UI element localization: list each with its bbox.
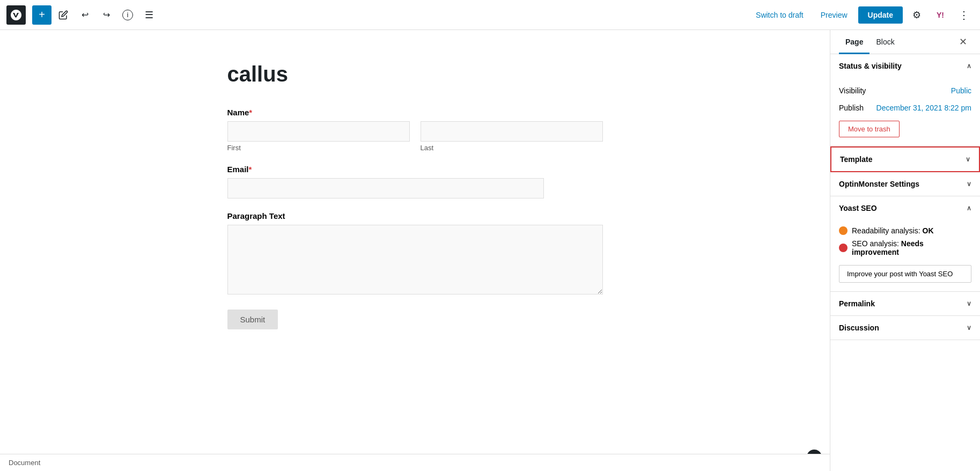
more-options-button[interactable]: ⋮ bbox=[954, 5, 974, 25]
list-view-button[interactable]: ☰ bbox=[139, 5, 159, 25]
add-block-button[interactable]: + bbox=[32, 5, 51, 25]
permalink-title: Permalink bbox=[839, 299, 875, 308]
submit-button[interactable]: Submit bbox=[227, 310, 278, 329]
readability-item: Readability analysis: OK bbox=[839, 224, 971, 237]
more-icon: ⋮ bbox=[959, 9, 969, 21]
last-sublabel: Last bbox=[421, 144, 603, 152]
visibility-value[interactable]: Public bbox=[951, 86, 971, 95]
optinmonster-header[interactable]: OptinMonster Settings ∨ bbox=[830, 172, 980, 196]
yoast-section: Yoast SEO ∧ Readability analysis: OK SEO… bbox=[830, 196, 980, 292]
last-name-input[interactable] bbox=[421, 121, 603, 142]
email-required-star: * bbox=[249, 165, 252, 174]
sidebar: Page Block ✕ Status & visibility ∧ Visib… bbox=[830, 30, 980, 471]
name-field: Name* First Last bbox=[227, 108, 603, 152]
visibility-row: Visibility Public bbox=[839, 82, 971, 99]
publish-row: Publish December 31, 2021 8:22 pm bbox=[839, 99, 971, 116]
readability-label: Readability analysis: OK bbox=[852, 226, 934, 235]
yoast-header[interactable]: Yoast SEO ∧ bbox=[830, 196, 980, 220]
discussion-title: Discussion bbox=[839, 323, 879, 332]
template-section: Template ∨ bbox=[830, 146, 980, 172]
editor-content: callus Name* First Last bbox=[227, 62, 603, 329]
optinmonster-title: OptinMonster Settings bbox=[839, 180, 919, 188]
discussion-header[interactable]: Discussion ∨ bbox=[830, 316, 980, 340]
tools-button[interactable] bbox=[54, 5, 73, 25]
toolbar: + ↩ ↪ i ☰ Switch to draft Preview Update… bbox=[0, 0, 980, 30]
tab-page[interactable]: Page bbox=[839, 30, 870, 54]
paragraph-textarea[interactable] bbox=[227, 225, 603, 295]
discussion-section: Discussion ∨ bbox=[830, 316, 980, 340]
status-visibility-title: Status & visibility bbox=[839, 62, 902, 70]
status-visibility-header[interactable]: Status & visibility ∧ bbox=[830, 54, 980, 78]
improve-yoast-button[interactable]: Improve your post with Yoast SEO bbox=[839, 265, 971, 283]
email-label: Email* bbox=[227, 165, 603, 174]
permalink-chevron: ∨ bbox=[967, 300, 971, 307]
yoast-chevron: ∧ bbox=[967, 204, 971, 212]
preview-button[interactable]: Preview bbox=[814, 8, 854, 23]
permalink-header[interactable]: Permalink ∨ bbox=[830, 292, 980, 315]
optinmonster-chevron: ∨ bbox=[967, 180, 971, 188]
redo-icon: ↪ bbox=[103, 10, 110, 20]
template-header[interactable]: Template ∨ bbox=[831, 148, 979, 171]
main-layout: callus Name* First Last bbox=[0, 30, 980, 471]
tab-block[interactable]: Block bbox=[870, 30, 901, 54]
template-chevron: ∨ bbox=[966, 156, 970, 163]
yoast-title: Yoast SEO bbox=[839, 204, 877, 212]
sidebar-tabs: Page Block ✕ bbox=[830, 30, 980, 54]
yoast-content: Readability analysis: OK SEO analysis: N… bbox=[830, 220, 980, 291]
editor-area: callus Name* First Last bbox=[0, 30, 830, 471]
paragraph-label: Paragraph Text bbox=[227, 211, 603, 220]
email-input[interactable] bbox=[227, 178, 544, 198]
toolbar-right: Switch to draft Preview Update ⚙ Y! ⋮ bbox=[749, 5, 974, 25]
page-title: callus bbox=[227, 62, 603, 86]
seo-item: SEO analysis: Needs improvement bbox=[839, 237, 971, 259]
optinmonster-section: OptinMonster Settings ∨ bbox=[830, 172, 980, 196]
plus-icon: + bbox=[39, 9, 45, 21]
first-name-input[interactable] bbox=[227, 121, 410, 142]
paragraph-field: Paragraph Text bbox=[227, 211, 603, 297]
close-sidebar-button[interactable]: ✕ bbox=[955, 30, 971, 54]
undo-icon: ↩ bbox=[82, 10, 89, 20]
redo-button[interactable]: ↪ bbox=[97, 5, 116, 25]
undo-button[interactable]: ↩ bbox=[75, 5, 94, 25]
info-button[interactable]: i bbox=[118, 5, 137, 25]
wp-logo bbox=[6, 5, 26, 25]
template-title: Template bbox=[840, 155, 872, 164]
bottom-bar: Document bbox=[0, 454, 830, 471]
name-row: First Last bbox=[227, 121, 603, 152]
permalink-section: Permalink ∨ bbox=[830, 292, 980, 316]
info-icon: i bbox=[122, 10, 133, 20]
status-visibility-section: Status & visibility ∧ Visibility Public … bbox=[830, 54, 980, 146]
first-sublabel: First bbox=[227, 144, 410, 152]
readability-status: OK bbox=[923, 226, 934, 235]
publish-date[interactable]: December 31, 2021 8:22 pm bbox=[876, 104, 971, 112]
yoast-icon: Y! bbox=[937, 11, 944, 19]
list-icon: ☰ bbox=[145, 9, 153, 21]
settings-button[interactable]: ⚙ bbox=[907, 5, 926, 25]
status-visibility-chevron: ∧ bbox=[967, 62, 971, 70]
visibility-label: Visibility bbox=[839, 86, 866, 95]
pencil-icon bbox=[58, 10, 68, 20]
gear-icon: ⚙ bbox=[912, 9, 921, 21]
document-label: Document bbox=[9, 459, 40, 467]
name-label: Name* bbox=[227, 108, 603, 117]
move-to-trash-button[interactable]: Move to trash bbox=[839, 121, 900, 137]
update-button[interactable]: Update bbox=[858, 6, 903, 24]
last-name-col: Last bbox=[421, 121, 603, 152]
name-required-star: * bbox=[249, 108, 252, 117]
first-name-col: First bbox=[227, 121, 410, 152]
status-visibility-content: Visibility Public Publish December 31, 2… bbox=[830, 78, 980, 146]
seo-dot bbox=[839, 244, 848, 252]
publish-label: Publish bbox=[839, 104, 864, 112]
readability-dot bbox=[839, 226, 848, 235]
email-field: Email* bbox=[227, 165, 603, 198]
discussion-chevron: ∨ bbox=[967, 324, 971, 332]
seo-label: SEO analysis: Needs improvement bbox=[852, 239, 971, 256]
yoast-button[interactable]: Y! bbox=[931, 5, 950, 25]
switch-to-draft-button[interactable]: Switch to draft bbox=[749, 8, 810, 23]
